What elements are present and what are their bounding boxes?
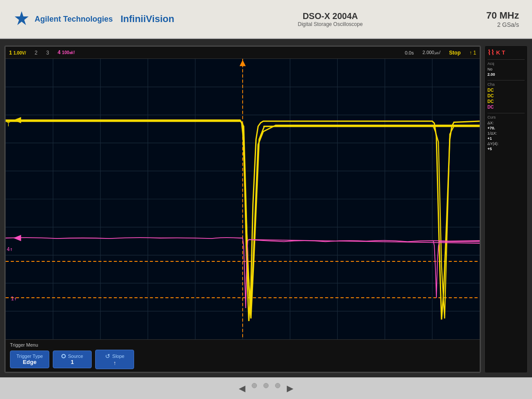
trigger-menu-bar: Trigger Menu Trigger Type Edge Source 1 … [6,339,480,372]
inv-dx-label: 1/ΔX: [487,131,497,135]
acquire-section: Acq No 2.00 [487,59,525,77]
channel-section: Cha DC DC DC DC [487,80,525,110]
acq-mode: No [487,67,493,71]
channel-title: Cha [487,82,525,87]
cursor-title: Curs [487,115,525,119]
trigger-source-value: 1 [71,359,74,365]
trigger-buttons-row: Trigger Type Edge Source 1 ↺ Slope ↑ [10,350,475,369]
navigation-buttons: ◀ ▶ [239,383,293,393]
brand-name: Agilent Technologies [35,15,113,24]
waveform-svg: T 4↑ 1↑ [6,59,480,339]
inv-dx-value: +1 [487,136,492,141]
right-panel: ⌇⌇ K T Acq No 2.00 Cha DC DC DC [484,45,528,373]
run-state: Stop [449,50,461,56]
source-circle-icon [61,354,66,358]
model-number: DSO-X 2004A [298,11,363,21]
svg-text:4↑: 4↑ [6,246,13,252]
trigger-type-label: Trigger Type [16,354,43,359]
ch3-indicator: 3 [46,50,49,56]
trigger-type-value: Edge [23,359,37,365]
waveform-display: T 4↑ 1↑ [6,59,480,339]
svg-text:1↑: 1↑ [11,296,17,302]
left-arrow-button[interactable]: ◀ [239,383,245,393]
oscilloscope-screen: 1 1.00V/ 2 3 4 100㎷/ 0.0s 2.000㎲/ Stop ↑… [4,45,481,373]
model-section: DSO-X 2004A Digital Storage Oscilloscope [298,11,363,27]
dy-label: ΔY(4): [487,142,499,146]
model-description: Digital Storage Oscilloscope [298,21,363,27]
time-offset: 0.0s [405,50,414,55]
ch1-indicator: 1 1.00V/ [9,50,26,56]
dx-value: +70. [487,126,495,130]
trigger-menu-label: Trigger Menu [10,342,475,348]
svg-marker-0 [15,11,29,25]
acq-value: 2.00 [487,72,495,77]
trigger-source-button[interactable]: Source 1 [53,351,92,368]
ch3-coupling: DC [487,99,494,104]
product-name: InfiniiVision [121,13,174,25]
ch4-coupling: DC [487,105,494,109]
brand-section: Agilent Technologies InfiniiVision [13,10,174,28]
ch1-coupling: DC [487,88,494,93]
dx-label: ΔX: [487,121,494,125]
svg-text:T: T [6,121,10,128]
time-div: 2.000㎲/ [423,49,441,56]
slope-icon: ↺ [105,353,110,360]
oscilloscope-body: 1 1.00V/ 2 3 4 100㎷/ 0.0s 2.000㎲/ Stop ↑… [0,39,532,377]
ch4-indicator: 4 100㎷/ [58,49,75,56]
cursor-section: Curs ΔX: +70. 1/ΔX: +1 ΔY(4): +5 [487,113,525,152]
right-arrow-button[interactable]: ▶ [287,383,293,393]
bottom-bezel: ◀ ▶ [0,377,532,399]
status-bar: 1 1.00V/ 2 3 4 100㎷/ 0.0s 2.000㎲/ Stop ↑… [6,47,480,59]
agilent-logo: Agilent Technologies [13,10,113,28]
right-panel-logo-text: K T [496,49,505,56]
right-panel-logo: ⌇⌇ K T [487,48,525,57]
ch2-coupling: DC [487,93,494,98]
waveform-logo-icon: ⌇⌇ [487,48,494,57]
acquire-title: Acq [487,61,525,66]
instrument-header: Agilent Technologies InfiniiVision DSO-X… [0,0,532,39]
agilent-star-icon [13,10,30,28]
dy-value: +5 [487,147,492,151]
spec-section: 70 MHz 2 GSa/s [486,10,519,28]
trigger-slope-label: Slope [112,354,125,359]
trigger-source-label: Source [68,354,83,359]
trigger-indicator: ↑ 1 [469,50,476,56]
trigger-slope-button[interactable]: ↺ Slope ↑ [95,350,134,369]
bezel-dot-3 [275,383,280,388]
bezel-dot-2 [263,383,269,388]
trigger-slope-value: ↑ [113,360,116,366]
ch2-indicator: 2 [35,50,38,56]
bezel-dot-1 [252,383,257,388]
sample-rate-spec: 2 GSa/s [486,21,519,28]
frequency-spec: 70 MHz [486,10,519,21]
trigger-type-button[interactable]: Trigger Type Edge [10,351,49,368]
